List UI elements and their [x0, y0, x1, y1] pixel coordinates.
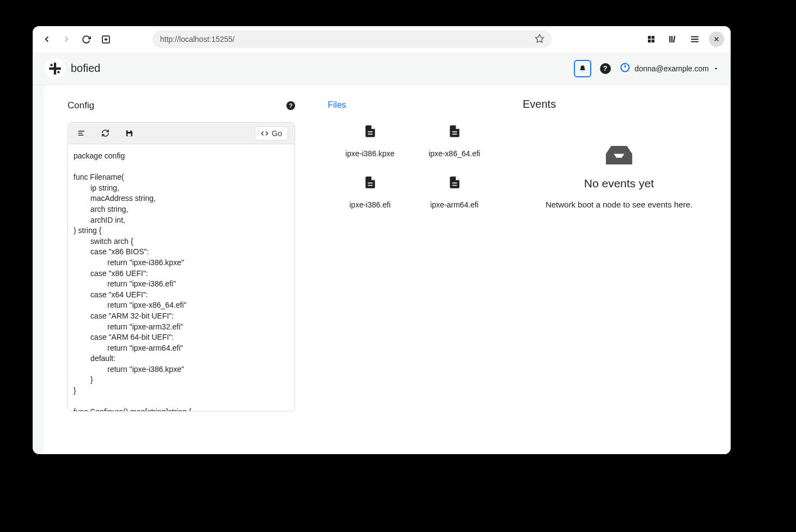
code-textarea[interactable]: package config func Filename( ip string,…: [68, 144, 295, 411]
files-title: Files: [328, 100, 499, 110]
config-title: Config: [68, 100, 94, 111]
refresh-button[interactable]: [99, 127, 112, 140]
content-area: Config ?: [33, 85, 731, 454]
svg-rect-6: [648, 40, 651, 42]
grid-icon[interactable]: [644, 32, 659, 47]
files-grid: ipxe-i386.kpxe ipxe-x86_64.efi ipxe-i386…: [328, 123, 499, 209]
toolbar-right: [644, 32, 724, 47]
svg-rect-4: [648, 36, 651, 39]
url-bar[interactable]: http://localhost:15255/: [152, 30, 552, 48]
events-title: Events: [523, 98, 715, 111]
editor-toolbar: Go: [68, 123, 295, 144]
svg-marker-22: [715, 68, 718, 69]
menu-icon[interactable]: [687, 32, 702, 47]
close-button[interactable]: [709, 32, 724, 47]
file-name: ipxe-i386.kpxe: [345, 149, 394, 158]
app-title: bofied: [71, 62, 101, 75]
svg-rect-10: [673, 36, 675, 42]
file-icon: [363, 174, 377, 191]
bookmark-icon[interactable]: [535, 34, 544, 45]
config-help-icon[interactable]: ?: [286, 101, 295, 110]
file-name: ipxe-arm64.efi: [430, 200, 479, 209]
svg-rect-17: [54, 63, 56, 75]
file-item[interactable]: ipxe-arm64.efi: [412, 174, 497, 209]
events-panel: Events No events yet Network boot a node…: [507, 85, 731, 454]
reload-button[interactable]: [78, 32, 94, 47]
help-button[interactable]: ?: [600, 63, 611, 74]
file-item[interactable]: ipxe-i386.kpxe: [328, 123, 412, 158]
app-logo[interactable]: bofied: [45, 58, 101, 79]
files-panel: Files ipxe-i386.kpxe ipxe-x86_64.efi ipx…: [328, 100, 499, 454]
svg-rect-7: [652, 40, 654, 42]
browser-toolbar: http://localhost:15255/: [33, 26, 731, 52]
notifications-button[interactable]: [574, 60, 591, 77]
code-editor: Go package config func Filename( ip stri…: [68, 122, 295, 412]
user-email: donna@example.com: [635, 64, 709, 73]
library-icon[interactable]: [665, 32, 681, 47]
language-label: Go: [272, 129, 282, 138]
inbox-icon: [603, 143, 635, 167]
app-header: bofied ? donna@example.com: [33, 52, 731, 85]
svg-point-18: [50, 64, 52, 66]
file-name: ipxe-i386.efi: [350, 200, 391, 209]
chevron-down-icon: [713, 66, 719, 71]
save-button[interactable]: [123, 127, 136, 140]
file-icon: [363, 123, 377, 139]
svg-rect-27: [127, 133, 131, 136]
url-text: http://localhost:15255/: [160, 35, 535, 44]
file-name: ipxe-x86_64.efi: [428, 149, 480, 158]
file-icon: [448, 123, 462, 139]
user-menu[interactable]: donna@example.com: [620, 62, 719, 75]
main-panel: Config ?: [44, 85, 523, 454]
back-button[interactable]: [39, 32, 54, 47]
config-header: Config ?: [68, 100, 295, 111]
events-empty-title: No events yet: [584, 177, 654, 190]
svg-point-19: [57, 71, 59, 73]
language-indicator[interactable]: Go: [255, 126, 288, 140]
power-icon: [620, 62, 630, 75]
config-panel: Config ?: [68, 100, 295, 454]
svg-rect-8: [669, 36, 670, 42]
new-tab-button[interactable]: [98, 32, 113, 47]
browser-window: http://localhost:15255/ bofie: [33, 26, 731, 454]
svg-rect-26: [127, 130, 130, 132]
code-icon: [261, 130, 268, 137]
logo-icon: [45, 58, 65, 79]
svg-marker-3: [536, 34, 544, 42]
file-item[interactable]: ipxe-x86_64.efi: [412, 123, 497, 158]
events-empty-state: No events yet Network boot a node to see…: [523, 143, 715, 209]
forward-button[interactable]: [59, 32, 74, 47]
svg-rect-5: [652, 36, 654, 39]
svg-rect-9: [671, 36, 672, 42]
format-button[interactable]: [75, 127, 88, 140]
events-empty-text: Network boot a node to see events here.: [546, 200, 693, 209]
header-right: ? donna@example.com: [574, 60, 719, 77]
file-icon: [448, 174, 462, 191]
file-item[interactable]: ipxe-i386.efi: [328, 174, 412, 209]
